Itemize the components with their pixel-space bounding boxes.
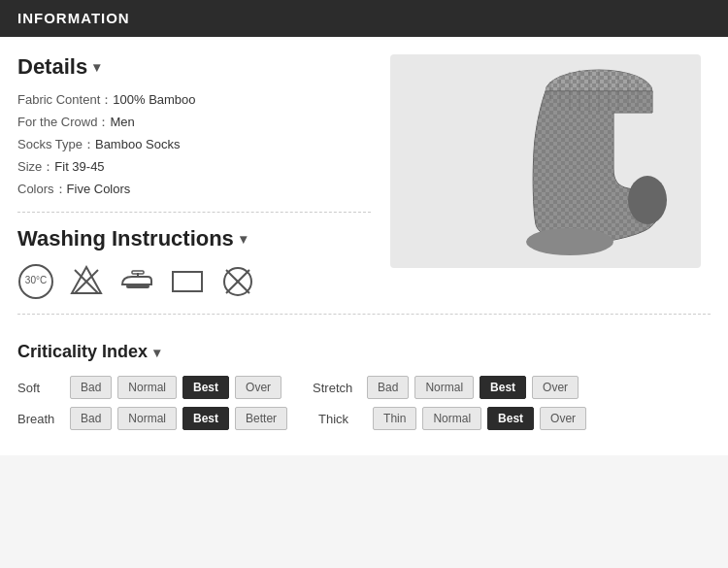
svg-rect-5 — [126, 284, 149, 288]
soft-normal-btn[interactable]: Normal — [117, 376, 177, 399]
breath-normal-btn[interactable]: Normal — [117, 407, 177, 430]
thick-best-btn[interactable]: Best — [487, 407, 534, 430]
svg-point-18 — [526, 228, 613, 255]
iron-icon — [118, 263, 155, 300]
soft-label: Soft — [17, 381, 64, 395]
thick-thin-btn[interactable]: Thin — [373, 407, 416, 430]
breath-bad-btn[interactable]: Bad — [70, 407, 112, 430]
info-header-title: INFORMATION — [17, 10, 130, 26]
stretch-normal-btn[interactable]: Normal — [414, 376, 474, 399]
page-wrapper: INFORMATION Details ▾ Fabric Content：100… — [0, 0, 728, 455]
no-bleach-icon — [68, 263, 105, 300]
detail-fabric: Fabric Content：100% Bamboo — [17, 91, 371, 109]
detail-socks-type-value: Bamboo Socks — [95, 137, 180, 151]
soft-best-btn[interactable]: Best — [182, 376, 229, 399]
info-header: INFORMATION — [0, 0, 728, 37]
wash-30c-icon: 30°C — [17, 263, 54, 300]
stretch-over-btn[interactable]: Over — [532, 376, 579, 399]
detail-crowd: For the Crowd：Men — [17, 114, 371, 131]
svg-text:30°C: 30°C — [25, 275, 47, 285]
sock-svg — [410, 64, 681, 258]
detail-socks-type: Socks Type：Bamboo Socks — [17, 136, 371, 153]
sock-image — [390, 54, 701, 268]
washing-title: Washing Instructions ▾ — [17, 226, 371, 251]
tumble-dry-icon — [169, 263, 206, 300]
criticality-row-soft: Soft Bad Normal Best Over Stretch Bad No… — [17, 376, 711, 399]
detail-size-value: Fit 39-45 — [54, 159, 104, 174]
svg-rect-8 — [173, 272, 202, 291]
washing-arrow-icon[interactable]: ▾ — [240, 231, 247, 247]
detail-socks-type-label: Socks Type： — [17, 137, 95, 151]
stretch-label: Stretch — [313, 381, 361, 395]
divider-1 — [17, 212, 371, 213]
detail-size-label: Size： — [17, 159, 54, 174]
detail-fabric-label: Fabric Content： — [17, 92, 113, 107]
soft-bad-btn[interactable]: Bad — [70, 376, 112, 399]
detail-crowd-label: For the Crowd： — [17, 115, 110, 129]
divider-2 — [17, 314, 711, 315]
detail-crowd-value: Men — [110, 115, 134, 129]
detail-colors-value: Five Colors — [67, 182, 131, 196]
svg-point-19 — [628, 176, 667, 224]
criticality-arrow-icon[interactable]: ▾ — [153, 345, 160, 360]
svg-rect-7 — [132, 271, 144, 274]
detail-size: Size：Fit 39-45 — [17, 158, 371, 176]
breath-label: Breath — [17, 412, 64, 426]
details-arrow-icon[interactable]: ▾ — [93, 59, 100, 75]
criticality-row-breath: Breath Bad Normal Best Better Thick Thin… — [17, 407, 711, 430]
criticality-title-text: Criticality Index — [17, 342, 148, 362]
breath-best-btn[interactable]: Best — [182, 407, 229, 430]
details-title: Details ▾ — [17, 54, 371, 80]
stretch-bad-btn[interactable]: Bad — [367, 376, 409, 399]
detail-colors-label: Colors： — [17, 182, 67, 196]
stretch-best-btn[interactable]: Best — [480, 376, 526, 399]
soft-over-btn[interactable]: Over — [235, 376, 281, 399]
no-dryclean-icon — [219, 263, 256, 300]
details-title-text: Details — [17, 54, 87, 80]
left-col: Details ▾ Fabric Content：100% Bamboo For… — [17, 54, 381, 300]
criticality-title: Criticality Index ▾ — [17, 342, 711, 362]
detail-fabric-value: 100% Bamboo — [113, 92, 195, 107]
washing-title-text: Washing Instructions — [17, 226, 234, 251]
thick-label: Thick — [318, 412, 367, 426]
right-col — [381, 54, 711, 300]
detail-colors: Colors：Five Colors — [17, 181, 371, 198]
thick-over-btn[interactable]: Over — [540, 407, 586, 430]
criticality-section: Criticality Index ▾ Soft Bad Normal Best… — [0, 328, 728, 455]
wash-icons: 30°C — [17, 263, 371, 300]
thick-normal-btn[interactable]: Normal — [422, 407, 481, 430]
breath-better-btn[interactable]: Better — [235, 407, 287, 430]
main-content: Details ▾ Fabric Content：100% Bamboo For… — [0, 37, 728, 300]
